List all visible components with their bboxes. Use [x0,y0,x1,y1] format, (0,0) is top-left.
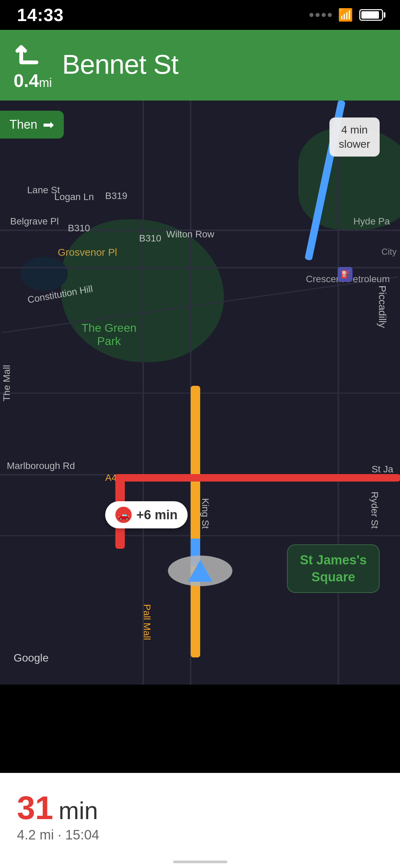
then-label: Then [9,117,37,132]
signal-icon [309,13,332,17]
status-bar: 14:33 📶 [0,0,400,30]
wifi-icon: 📶 [338,8,353,22]
bottom-handle [173,861,227,863]
status-time: 14:33 [17,5,64,25]
distance-label: 0.4mi [14,71,52,90]
delay-badge: 🚗 +6 min [105,501,188,528]
eta-min-label: min [59,797,98,825]
delay-car-icon: 🚗 [115,507,132,523]
street-name: Bennet St [62,49,178,80]
current-position-indicator [168,556,232,586]
nav-header: 0.4mi Bennet St [0,30,400,101]
direction-arrow-icon [188,560,212,582]
then-direction-icon: ➡ [43,117,54,132]
battery-icon [359,9,383,21]
turn-arrow-icon [14,39,44,70]
eta-minutes: 31 [17,792,53,824]
eta-details: 4.2 mi · 15:04 [17,827,383,843]
water-feature [20,257,68,291]
slower-badge: 4 minslower [329,117,380,157]
bottom-panel: 31 min 4.2 mi · 15:04 [0,773,400,868]
then-indicator: Then ➡ [0,111,64,139]
status-icons: 📶 [309,8,383,22]
eta-row: 31 min [17,792,383,825]
slower-text: 4 minslower [339,123,370,151]
google-watermark: Google [14,652,49,664]
st-james-square-label: St James'sSquare [287,544,380,593]
delay-text: +6 min [136,508,177,522]
position-oval [168,556,232,586]
stj-text: St James'sSquare [300,552,367,585]
turn-info: 0.4mi [14,39,52,90]
map-area: Then ➡ 4 minslower Belgrave Pl B310 B310… [0,101,400,685]
